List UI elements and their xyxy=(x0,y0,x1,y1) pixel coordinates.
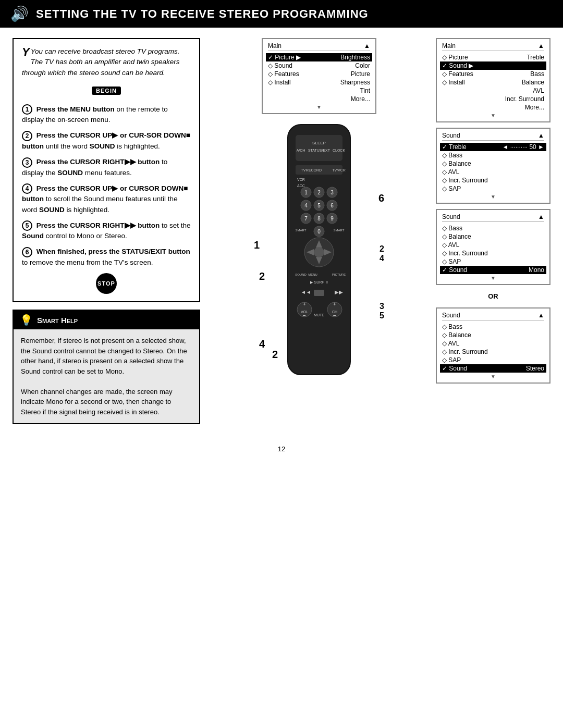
menu2-arrow: ▲ xyxy=(538,42,544,50)
menu5-row-3: ◇ AVL xyxy=(442,339,544,348)
svg-text:TV/VCR: TV/VCR xyxy=(332,168,346,172)
menu4-scroll: ▼ xyxy=(442,275,544,281)
step-3-num: 3 xyxy=(22,157,32,168)
stop-badge: STOP xyxy=(22,273,191,294)
svg-text:VCR: VCR xyxy=(297,178,305,181)
lightbulb-icon: 💡 xyxy=(20,314,33,326)
menu4-row-4: ◇ Incr. Surround xyxy=(442,249,544,257)
svg-text:TV: TV xyxy=(301,168,306,172)
svg-text:A/CH: A/CH xyxy=(297,149,305,152)
step-2: 2 Press the CURSOR UP▶ or CUR-SOR DOWN■ … xyxy=(22,130,191,152)
svg-text:II: II xyxy=(326,280,328,284)
step-2-4-overlay: 24 xyxy=(380,244,384,263)
page-title: SETTING THE TV TO RECEIVE STEREO PROGRAM… xyxy=(36,7,369,21)
menu2-row-4: ◇ Install Balance xyxy=(442,78,544,87)
step-4: 4 Press the CURSOR UP▶ or CURSOR DOWN■ b… xyxy=(22,183,191,215)
main-content: YYou can receive broadcast stereo TV pro… xyxy=(0,28,563,435)
full-right-col: Main ▲ ✓ Picture ▶ Brightness ◇ Sound Co… xyxy=(211,38,550,390)
menu-box-1: Main ▲ ✓ Picture ▶ Brightness ◇ Sound Co… xyxy=(262,38,376,114)
menu2-row-7: More... xyxy=(442,103,544,112)
menu2-row-5: AVL xyxy=(442,87,544,95)
svg-text:7: 7 xyxy=(304,216,308,221)
smart-help-text-2: When channel changes are made, the scree… xyxy=(21,387,192,417)
step-1: 1 Press the MENU button on the remote to… xyxy=(22,104,191,126)
menu2-header: Main ▲ xyxy=(442,42,544,51)
svg-text:4: 4 xyxy=(304,203,308,208)
menu5-header: Sound ▲ xyxy=(442,312,544,320)
step-5-num: 5 xyxy=(22,220,32,231)
svg-text:SMART: SMART xyxy=(334,229,345,232)
or-text: OR xyxy=(436,292,550,300)
svg-text:▶▶: ▶▶ xyxy=(335,289,343,295)
menu4-row-5: ◇ SAP xyxy=(442,257,544,266)
svg-text:9: 9 xyxy=(331,216,334,221)
step-3: 3 Press the CURSOR RIGHT▶▶ button to dis… xyxy=(22,157,191,178)
step-4-overlay: 4 xyxy=(259,338,265,350)
step-5: 5 Press the CURSOR RIGHT▶▶ button to set… xyxy=(22,220,191,242)
instruction-box: YYou can receive broadcast stereo TV pro… xyxy=(13,38,200,302)
menu2-title: Main xyxy=(442,42,456,50)
smart-help-header: 💡 Smart Help xyxy=(14,311,199,329)
menu3-title: Sound xyxy=(442,132,460,139)
menu4-title: Sound xyxy=(442,213,460,220)
svg-text:SMART: SMART xyxy=(296,229,307,232)
menu5-row-5: ◇ SAP xyxy=(442,356,544,364)
menu3-row-5: ◇ Incr. Surround xyxy=(442,176,544,184)
svg-text:−: − xyxy=(333,313,336,318)
menu2-row-1: ◇ Picture Treble xyxy=(442,53,544,61)
svg-rect-1 xyxy=(296,135,342,161)
menu3-scroll: ▼ xyxy=(442,194,544,200)
svg-text:+: + xyxy=(303,301,306,307)
svg-text:MUTE: MUTE xyxy=(314,313,324,317)
menu5-row-4: ◇ Incr. Surround xyxy=(442,348,544,356)
center-area: Main ▲ ✓ Picture ▶ Brightness ◇ Sound Co… xyxy=(211,38,427,390)
menu-box-4: Sound ▲ ◇ Bass ◇ Balance ◇ AVL ◇ Incr. S… xyxy=(436,209,550,285)
menu3-header: Sound ▲ xyxy=(442,132,544,141)
svg-text:SOUND: SOUND xyxy=(295,273,307,276)
smart-help-box: 💡 Smart Help Remember, if stereo is not … xyxy=(13,310,200,424)
menu4-row-3: ◇ AVL xyxy=(442,241,544,249)
menu5-row-2: ◇ Balance xyxy=(442,331,544,339)
menu2-row-2: ✓ Sound ▶ xyxy=(440,61,546,70)
menu5-row-1: ◇ Bass xyxy=(442,323,544,331)
menu3-row-2: ◇ Bass xyxy=(442,151,544,159)
menu1-title: Main xyxy=(268,42,282,50)
menu4-row-2: ◇ Balance xyxy=(442,232,544,241)
step-6: 6 When finished, press the STATUS/EXIT b… xyxy=(22,246,191,268)
menu4-row-1: ◇ Bass xyxy=(442,224,544,232)
svg-text:CLOCK: CLOCK xyxy=(333,149,345,152)
svg-text:RECORD: RECORD xyxy=(306,168,322,172)
remote-control: SLEEP A/CH STATUS/EXT CLOCK TV RECORD TV… xyxy=(262,119,376,390)
menu1-row-6: More... xyxy=(268,95,370,103)
svg-text:SURF: SURF xyxy=(314,280,324,284)
menu3-row-1: ✓ Treble ◄ ·········· 50 ► xyxy=(440,143,546,151)
menu3-row-3: ◇ Balance xyxy=(442,159,544,168)
remote-svg: SLEEP A/CH STATUS/EXT CLOCK TV RECORD TV… xyxy=(262,119,376,390)
menu1-row-5: Tint xyxy=(268,87,370,95)
menu-title-1: Main ▲ xyxy=(268,42,370,51)
menu-box-5: Sound ▲ ◇ Bass ◇ Balance ◇ AVL ◇ Incr. S… xyxy=(436,307,550,384)
smart-help-title: Smart Help xyxy=(37,316,78,325)
begin-badge: BEGIN xyxy=(92,87,121,95)
menu2-row-3: ◇ Features Bass xyxy=(442,70,544,78)
svg-text:MENU: MENU xyxy=(308,273,317,276)
step-2-num: 2 xyxy=(22,131,32,141)
step-4-num: 4 xyxy=(22,183,32,194)
svg-text:5: 5 xyxy=(317,203,321,208)
menu1-row-2: ◇ Sound Color xyxy=(268,61,370,70)
menu2-scroll: ▼ xyxy=(442,113,544,118)
svg-text:6: 6 xyxy=(331,203,334,208)
menu5-scroll: ▼ xyxy=(442,374,544,379)
step-2-overlay: 2 xyxy=(259,270,265,282)
svg-text:+: + xyxy=(333,301,336,307)
intro-text: YYou can receive broadcast stereo TV pro… xyxy=(22,46,191,78)
menu-box-2: Main ▲ ◇ Picture Treble ✓ Sound ▶ ◇ Feat… xyxy=(436,38,550,122)
menu3-row-6: ◇ SAP xyxy=(442,184,544,193)
svg-text:SLEEP: SLEEP xyxy=(312,141,326,145)
menu1-row-4: ◇ Install Sharpness xyxy=(268,78,370,87)
step-6-overlay: 6 xyxy=(378,192,384,204)
smart-help-text-1: Remember, if stereo is not present on a … xyxy=(21,336,192,376)
menu1-scroll: ▼ xyxy=(268,104,370,110)
step-1-overlay: 1 xyxy=(254,239,260,251)
sound-icon: 🔊 xyxy=(10,5,29,22)
